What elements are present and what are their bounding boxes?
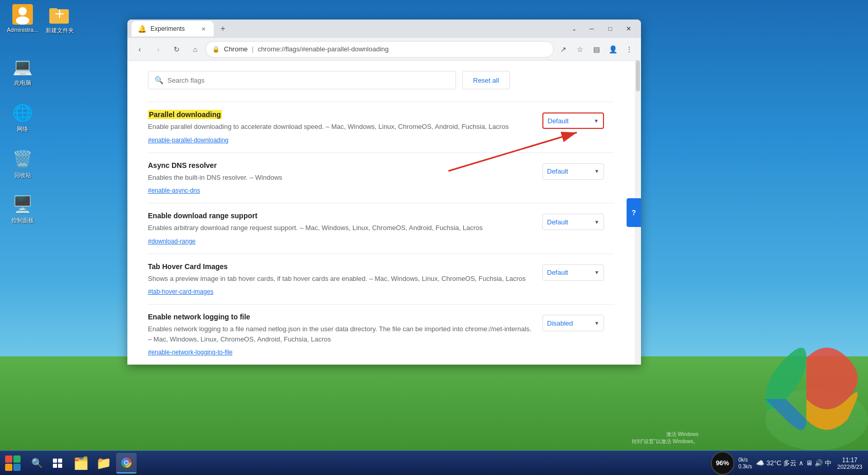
systray-icons: ☁️ 32°C 多云 ∧ 🖥 🔊 中 bbox=[756, 459, 832, 468]
flag-description-tab-hover-card: Shows a preview image in tab hover cards… bbox=[148, 274, 532, 284]
flag-select-value-tab-hover-card: Default bbox=[547, 269, 590, 276]
flag-control-network-logging[interactable]: Disabled ▼ bbox=[542, 315, 614, 331]
flag-select-network-logging[interactable]: Disabled ▼ bbox=[542, 315, 604, 331]
flag-select-download-range[interactable]: Default ▼ bbox=[542, 214, 604, 230]
flag-select-value-async-dns: Default bbox=[547, 167, 590, 175]
tab-icon: 🔔 bbox=[138, 25, 146, 33]
flag-item-async-dns: Async DNS resolver Enables the built-in … bbox=[148, 153, 614, 203]
svg-rect-16 bbox=[53, 464, 57, 468]
back-button[interactable]: ‹ bbox=[131, 41, 148, 58]
minimize-button[interactable]: ─ bbox=[583, 23, 600, 34]
flag-item-network-logging: Enable network logging to file Enables n… bbox=[148, 304, 614, 365]
flag-link-network-logging[interactable]: #enable-network-logging-to-file bbox=[148, 349, 233, 356]
flag-link-download-range[interactable]: #download-range bbox=[148, 238, 196, 245]
search-icon: 🔍 bbox=[155, 76, 163, 84]
profile-button[interactable]: 👤 bbox=[605, 42, 620, 57]
flags-search-box[interactable]: 🔍 bbox=[148, 71, 456, 89]
clock-time: 11:17 bbox=[842, 457, 857, 464]
share-button[interactable]: ↗ bbox=[556, 42, 571, 57]
reload-button[interactable]: ↻ bbox=[168, 41, 185, 58]
xp-logo bbox=[704, 327, 868, 450]
taskbar-app-explorer[interactable]: 🗂️ bbox=[71, 453, 91, 473]
taskbar-clock[interactable]: 11:17 2022/8/23 bbox=[836, 457, 864, 470]
flag-select-async-dns[interactable]: Default ▼ bbox=[542, 163, 604, 180]
flag-control-parallel-downloading[interactable]: Default ▼ bbox=[542, 112, 614, 129]
flag-select-tab-hover-card[interactable]: Default ▼ bbox=[542, 264, 604, 281]
forward-button[interactable]: › bbox=[150, 41, 166, 58]
desktop-icon-my-computer[interactable]: 💻 此电脑 bbox=[4, 56, 41, 87]
flag-item-download-range: Enable download range support Enables ar… bbox=[148, 203, 614, 254]
svg-rect-6 bbox=[59, 10, 60, 18]
multitask-button[interactable] bbox=[48, 454, 67, 472]
tab-close-button[interactable]: ✕ bbox=[199, 25, 207, 33]
browser-content: 🔍 Reset all Parallel downloading Enable … bbox=[127, 61, 641, 365]
desktop-icon-admin-label: Administra... bbox=[7, 27, 38, 33]
help-button[interactable]: ? bbox=[627, 198, 641, 227]
dropdown-arrow-icon: ▼ bbox=[594, 118, 599, 124]
start-button[interactable] bbox=[0, 451, 26, 476]
flag-description-download-range: Enables arbitrary download range request… bbox=[148, 223, 532, 233]
flag-description-parallel-downloading: Enable parallel downloading to accelerat… bbox=[148, 122, 532, 132]
svg-rect-12 bbox=[5, 464, 12, 471]
dropdown-arrow-icon-5: ▼ bbox=[594, 320, 599, 326]
flag-description-async-dns: Enables the built-in DNS resolver. – Win… bbox=[148, 173, 532, 183]
taskbar-app-files[interactable]: 📁 bbox=[93, 453, 114, 473]
url-separator: | bbox=[252, 45, 253, 53]
menu-button[interactable]: ⋮ bbox=[621, 42, 637, 57]
svg-point-1 bbox=[18, 7, 27, 15]
desktop-icon-network[interactable]: 🌐 网络 bbox=[4, 103, 41, 133]
desktop-icon-admin[interactable]: Administra... bbox=[4, 4, 41, 33]
flag-control-async-dns[interactable]: Default ▼ bbox=[542, 163, 614, 180]
svg-rect-4 bbox=[49, 8, 58, 12]
lock-icon: 🔒 bbox=[212, 46, 220, 53]
svg-point-21 bbox=[125, 461, 128, 464]
search-bar-container: 🔍 Reset all bbox=[148, 71, 614, 89]
search-taskbar-button[interactable]: 🔍 bbox=[28, 454, 46, 472]
maximize-button[interactable]: □ bbox=[602, 23, 618, 34]
flag-info-network-logging: Enable network logging to file Enables n… bbox=[148, 313, 532, 356]
address-bar[interactable]: 🔒 Chrome | chrome://flags/#enable-parall… bbox=[205, 41, 554, 58]
flag-control-tab-hover-card[interactable]: Default ▼ bbox=[542, 264, 614, 281]
flag-info-async-dns: Async DNS resolver Enables the built-in … bbox=[148, 161, 532, 195]
search-input[interactable] bbox=[167, 77, 449, 84]
reader-mode-button[interactable]: ▤ bbox=[589, 42, 604, 57]
desktop-icon-network-label: 网络 bbox=[17, 125, 28, 133]
desktop-icon-control-panel[interactable]: 🖥️ 控制面板 bbox=[4, 194, 41, 224]
flag-description-network-logging: Enables network logging to a file named … bbox=[148, 324, 532, 344]
flag-title-network-logging: Enable network logging to file bbox=[148, 313, 532, 321]
close-button[interactable]: ✕ bbox=[620, 23, 637, 34]
browser-window: 🔔 Experiments ✕ + ⌄ ─ □ ✕ ‹ › ↻ ⌂ 🔒 Chro… bbox=[127, 20, 641, 365]
flag-link-async-dns[interactable]: #enable-async-dns bbox=[148, 187, 200, 194]
desktop: Administra... 新建文件夹 💻 此电脑 🌐 网络 🗑️ 回收站 🖥️… bbox=[0, 0, 868, 475]
url-path: chrome://flags/#enable-parallel-download… bbox=[258, 45, 389, 53]
scrollbar-thumb[interactable] bbox=[636, 61, 640, 91]
desktop-icon-new-folder[interactable]: 新建文件夹 bbox=[41, 4, 78, 34]
flag-title-download-range: Enable download range support bbox=[148, 212, 532, 220]
bookmark-button[interactable]: ☆ bbox=[572, 42, 588, 57]
desktop-icon-recycle-bin-label: 回收站 bbox=[14, 172, 31, 179]
taskbar-apps: 🗂️ 📁 bbox=[71, 453, 137, 473]
window-dropdown-button[interactable]: ⌄ bbox=[567, 22, 581, 36]
desktop-icon-recycle-bin[interactable]: 🗑️ 回收站 bbox=[4, 149, 41, 179]
new-tab-button[interactable]: + bbox=[216, 22, 230, 36]
taskbar: 🔍 🗂️ 📁 bbox=[0, 450, 868, 475]
reset-all-button[interactable]: Reset all bbox=[462, 71, 510, 89]
system-performance-circle[interactable]: 96% bbox=[711, 451, 734, 475]
caret-up-icon[interactable]: ∧ bbox=[799, 459, 804, 467]
flag-title-async-dns: Async DNS resolver bbox=[148, 161, 532, 169]
flag-control-download-range[interactable]: Default ▼ bbox=[542, 214, 614, 230]
svg-rect-14 bbox=[53, 459, 57, 463]
content-main: 🔍 Reset all Parallel downloading Enable … bbox=[127, 61, 635, 365]
svg-rect-17 bbox=[58, 464, 62, 468]
flag-select-parallel-downloading[interactable]: Default ▼ bbox=[542, 112, 604, 129]
browser-tab[interactable]: 🔔 Experiments ✕ bbox=[131, 21, 214, 36]
desktop-icon-my-computer-label: 此电脑 bbox=[14, 79, 31, 87]
flag-link-tab-hover-card[interactable]: #tab-hover-card-images bbox=[148, 288, 213, 295]
svg-rect-11 bbox=[13, 455, 21, 463]
home-button[interactable]: ⌂ bbox=[187, 41, 203, 58]
taskbar-app-chrome[interactable] bbox=[116, 453, 137, 473]
ime-icon: 中 bbox=[825, 459, 832, 468]
weather-icon: ☁️ bbox=[756, 459, 764, 467]
flag-link-parallel-downloading[interactable]: #enable-parallel-downloading bbox=[148, 137, 229, 144]
flag-item-tab-hover-card: Tab Hover Card Images Shows a preview im… bbox=[148, 254, 614, 305]
